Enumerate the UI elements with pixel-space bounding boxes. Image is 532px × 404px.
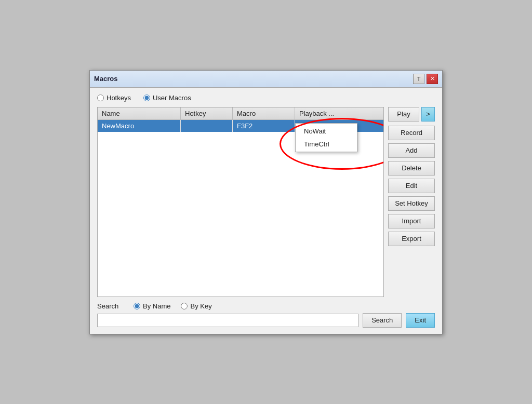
- macros-window: Macros T ✕ Hotkeys User Macros Name: [89, 70, 443, 334]
- title-bar-buttons: T ✕: [413, 74, 438, 84]
- hotkeys-radio[interactable]: [97, 95, 104, 101]
- search-area: Search By Name By Key Search Exit: [97, 302, 435, 328]
- col-name: Name: [98, 107, 181, 119]
- table-container: Name Hotkey Macro Playback ... NewMacro …: [97, 107, 384, 297]
- col-hotkey: Hotkey: [181, 107, 233, 119]
- radio-group-type: Hotkeys User Macros: [97, 94, 435, 102]
- table-header: Name Hotkey Macro Playback ...: [98, 107, 383, 120]
- exit-button[interactable]: Exit: [406, 313, 435, 328]
- delete-button[interactable]: Delete: [388, 161, 435, 176]
- set-hotkey-button[interactable]: Set Hotkey: [388, 196, 435, 211]
- hotkeys-radio-label[interactable]: Hotkeys: [97, 94, 131, 102]
- play-row: Play >: [388, 107, 435, 122]
- main-area: Name Hotkey Macro Playback ... NewMacro …: [97, 107, 435, 297]
- playback-dropdown: NoWait TimeCtrl: [295, 123, 357, 152]
- by-name-radio-label[interactable]: By Name: [134, 302, 170, 310]
- search-label-row: Search By Name By Key: [97, 302, 435, 310]
- user-macros-radio-label[interactable]: User Macros: [143, 94, 191, 102]
- import-button[interactable]: Import: [388, 214, 435, 228]
- by-key-label: By Key: [190, 302, 211, 310]
- record-button[interactable]: Record: [388, 126, 435, 140]
- cell-hotkey: [181, 120, 233, 132]
- window-body: Hotkeys User Macros Name Hotkey Macro Pl…: [90, 88, 442, 334]
- window-title: Macros: [94, 75, 118, 83]
- title-close-button[interactable]: ✕: [427, 74, 438, 84]
- dropdown-item-timectrl[interactable]: TimeCtrl: [296, 138, 357, 151]
- by-key-radio[interactable]: [181, 303, 188, 309]
- user-macros-label: User Macros: [153, 94, 191, 102]
- search-text-label: Search: [97, 302, 123, 310]
- user-macros-radio[interactable]: [143, 95, 150, 101]
- search-input[interactable]: [97, 314, 358, 327]
- dropdown-item-nowait[interactable]: NoWait: [296, 125, 357, 138]
- cell-name: NewMacro: [98, 120, 181, 132]
- title-bar: Macros T ✕: [90, 71, 442, 88]
- add-button[interactable]: Add: [388, 143, 435, 158]
- by-name-radio[interactable]: [134, 303, 140, 309]
- arrow-button[interactable]: >: [421, 107, 435, 122]
- edit-button[interactable]: Edit: [388, 179, 435, 193]
- search-input-row: Search Exit: [97, 313, 435, 328]
- play-button[interactable]: Play: [388, 107, 419, 122]
- hotkeys-label: Hotkeys: [107, 94, 131, 102]
- col-macro: Macro: [233, 107, 295, 119]
- search-button[interactable]: Search: [363, 313, 402, 328]
- button-panel: Play > Record Add Delete Edit Set Hotkey…: [388, 107, 435, 297]
- by-key-radio-label[interactable]: By Key: [181, 302, 211, 310]
- cell-macro: F3F2: [233, 120, 295, 132]
- by-name-label: By Name: [143, 302, 170, 310]
- col-playback: Playback ...: [295, 107, 383, 119]
- title-t-button[interactable]: T: [413, 74, 424, 84]
- export-button[interactable]: Export: [388, 232, 435, 246]
